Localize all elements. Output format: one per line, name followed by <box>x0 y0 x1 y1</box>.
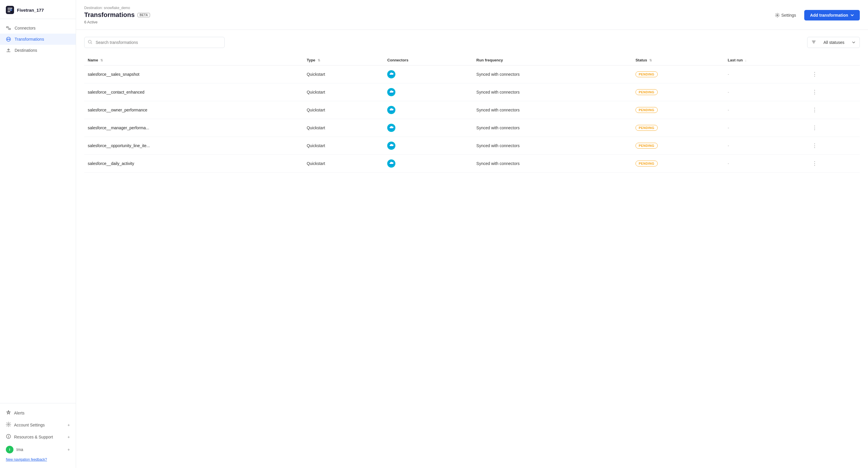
search-icon <box>88 40 92 45</box>
cell-name: salesforce__daily_activity <box>84 155 303 173</box>
connector-logo <box>387 142 395 150</box>
sidebar-item-user[interactable]: I Ima + <box>0 443 76 456</box>
cell-status: PENDING <box>632 101 724 119</box>
sidebar-item-alerts-label: Alerts <box>14 411 25 415</box>
connector-logo <box>387 70 395 79</box>
cell-name: salesforce__contact_enhanced <box>84 83 303 101</box>
connector-logo <box>387 159 395 167</box>
cell-status: PENDING <box>632 137 724 155</box>
table-row[interactable]: salesforce__contact_enhanced Quickstart … <box>84 83 860 101</box>
table-row[interactable]: salesforce__owner_performance Quickstart… <box>84 101 860 119</box>
sidebar-item-connectors[interactable]: Connectors <box>0 23 76 34</box>
breadcrumb: Destination: snowflake_demo <box>84 6 150 10</box>
feedback-link[interactable]: New navigation feedback? <box>0 456 76 465</box>
filter-bar: All statuses <box>84 37 860 48</box>
cell-run-frequency: Synced with connectors <box>473 137 632 155</box>
sidebar-item-transformations[interactable]: Transformations <box>0 34 76 45</box>
sidebar-item-account-settings[interactable]: Account Settings + <box>0 419 76 431</box>
cell-menu[interactable]: ⋮ <box>806 119 860 137</box>
search-input[interactable] <box>84 37 225 48</box>
cell-type: Quickstart <box>303 137 384 155</box>
cell-menu[interactable]: ⋮ <box>806 137 860 155</box>
row-menu-button[interactable]: ⋮ <box>809 106 819 114</box>
cell-status: PENDING <box>632 83 724 101</box>
cell-type: Quickstart <box>303 155 384 173</box>
cell-menu[interactable]: ⋮ <box>806 83 860 101</box>
status-badge: PENDING <box>636 125 658 131</box>
sidebar-nav: Connectors Transformations Destinations <box>0 19 76 403</box>
col-type[interactable]: Type ⇅ <box>303 55 384 65</box>
cell-last-run: - <box>724 65 806 83</box>
add-transformation-button[interactable]: Add transformation <box>804 10 860 21</box>
sidebar-item-resources-label: Resources & Support <box>14 435 53 439</box>
gear-icon <box>6 422 11 428</box>
avatar: I <box>6 446 13 454</box>
status-badge: PENDING <box>636 89 658 95</box>
col-status[interactable]: Status ⇅ <box>632 55 724 65</box>
header-right: Settings Add transformation <box>772 10 860 21</box>
sidebar-item-destinations[interactable]: Destinations <box>0 45 76 56</box>
sidebar-item-alerts[interactable]: Alerts <box>0 407 76 419</box>
settings-icon <box>775 13 780 18</box>
sidebar-item-transformations-label: Transformations <box>14 37 44 41</box>
status-filter-dropdown[interactable]: All statuses <box>807 37 860 48</box>
row-menu-button[interactable]: ⋮ <box>809 124 819 132</box>
sort-icon-type: ⇅ <box>318 59 320 62</box>
col-connectors: Connectors <box>384 55 473 65</box>
status-badge: PENDING <box>636 107 658 113</box>
chevron-down-icon <box>850 13 854 17</box>
row-menu-button[interactable]: ⋮ <box>809 70 819 79</box>
cell-connector <box>384 101 473 119</box>
cell-name: salesforce__sales_snapshot <box>84 65 303 83</box>
cell-run-frequency: Synced with connectors <box>473 65 632 83</box>
page-title-row: Transformations BETA <box>84 11 150 19</box>
sidebar-item-resources-support[interactable]: Resources & Support + <box>0 431 76 443</box>
cell-status: PENDING <box>632 155 724 173</box>
cell-menu[interactable]: ⋮ <box>806 101 860 119</box>
cell-last-run: - <box>724 83 806 101</box>
row-menu-button[interactable]: ⋮ <box>809 88 819 96</box>
cell-menu[interactable]: ⋮ <box>806 155 860 173</box>
table-row[interactable]: salesforce__daily_activity Quickstart Sy… <box>84 155 860 173</box>
row-menu-button[interactable]: ⋮ <box>809 159 819 167</box>
table-row[interactable]: salesforce__sales_snapshot Quickstart Sy… <box>84 65 860 83</box>
cell-type: Quickstart <box>303 101 384 119</box>
main-content: Destination: snowflake_demo Transformati… <box>76 0 868 468</box>
cell-connector <box>384 155 473 173</box>
svg-rect-2 <box>9 28 10 30</box>
table-row[interactable]: salesforce__manager_performa... Quicksta… <box>84 119 860 137</box>
expand-icon: + <box>67 423 70 427</box>
col-name[interactable]: Name ⇅ <box>84 55 303 65</box>
svg-point-7 <box>8 424 9 425</box>
connector-logo <box>387 124 395 132</box>
col-last-run[interactable]: Last run ↓ <box>724 55 806 65</box>
settings-button[interactable]: Settings <box>772 10 800 20</box>
connectors-icon <box>6 26 11 31</box>
sidebar-item-account-settings-label: Account Settings <box>14 423 45 427</box>
search-wrapper <box>84 37 225 48</box>
cell-connector <box>384 65 473 83</box>
app-name: Fivetran_177 <box>17 8 44 12</box>
expand-icon-user: + <box>67 447 70 452</box>
cell-last-run: - <box>724 119 806 137</box>
expand-icon-resources: + <box>67 435 70 439</box>
col-run-frequency: Run frequency <box>473 55 632 65</box>
cell-type: Quickstart <box>303 65 384 83</box>
beta-badge: BETA <box>137 13 150 17</box>
page-subtitle: 6 Active <box>84 20 150 24</box>
filter-icon <box>811 40 816 45</box>
cell-last-run: - <box>724 137 806 155</box>
cell-menu[interactable]: ⋮ <box>806 65 860 83</box>
transformations-table: Name ⇅ Type ⇅ Connectors Run frequency <box>84 55 860 173</box>
connector-logo <box>387 106 395 114</box>
status-badge: PENDING <box>636 161 658 166</box>
cell-status: PENDING <box>632 119 724 137</box>
connector-logo <box>387 88 395 96</box>
sidebar-item-destinations-label: Destinations <box>14 48 37 53</box>
status-filter-chevron-icon <box>852 41 856 44</box>
sidebar-logo: Fivetran_177 <box>0 0 76 19</box>
row-menu-button[interactable]: ⋮ <box>809 142 819 150</box>
status-filter-label: All statuses <box>824 40 845 45</box>
table-row[interactable]: salesforce__opportunity_line_ite... Quic… <box>84 137 860 155</box>
cell-run-frequency: Synced with connectors <box>473 155 632 173</box>
